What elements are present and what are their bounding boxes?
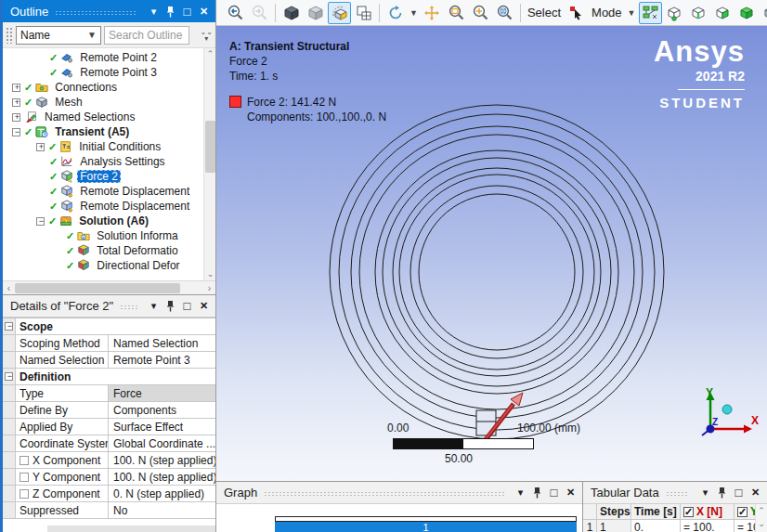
expand-icon[interactable]	[12, 98, 20, 107]
scroll-up-icon[interactable]: ⌃	[206, 50, 214, 58]
tree-vertical-scrollbar[interactable]: ⌃ ⌄	[203, 48, 215, 280]
maximize-icon[interactable]	[180, 299, 194, 313]
name-filter-dropdown[interactable]: Name ▼	[16, 26, 101, 45]
tree-item-mesh[interactable]: ✓ Mesh	[3, 95, 215, 110]
steps-column-header[interactable]: Steps	[597, 504, 631, 520]
tree-item-solution-information[interactable]: ✓ Solution Informa	[3, 228, 215, 243]
chevron-down-icon[interactable]: ▼	[628, 8, 636, 18]
collapse-icon[interactable]	[5, 372, 13, 381]
iso-view-button[interactable]	[280, 2, 303, 24]
scroll-left-icon[interactable]: ‹	[3, 283, 15, 293]
panel-menu-icon[interactable]	[147, 299, 161, 313]
scrollbar-thumb[interactable]	[205, 121, 215, 173]
column-checkbox[interactable]	[683, 507, 694, 517]
graph-timeline[interactable]: 1	[216, 504, 582, 532]
shaded-view-button[interactable]	[304, 2, 327, 24]
panel-menu-icon[interactable]	[147, 5, 161, 19]
tree-item-remote-displacement-1[interactable]: ✓ Remote Displacement	[3, 184, 215, 199]
details-horizontal-scrollbar[interactable]	[47, 526, 215, 532]
panel-menu-icon[interactable]	[514, 486, 527, 500]
collapse-icon[interactable]	[12, 128, 20, 136]
details-group-scope[interactable]: Scope	[3, 318, 215, 335]
time-column-header[interactable]: Time [s]	[631, 504, 681, 520]
scrollbar-thumb[interactable]	[15, 283, 180, 293]
pan-button[interactable]	[421, 2, 444, 24]
tabular-vertical-scrollbar[interactable]: ⌃ ⌄	[755, 504, 767, 532]
spiral-spring-model[interactable]	[330, 105, 664, 439]
tree-item-remote-point-3[interactable]: ✓ Remote Point 3	[3, 65, 215, 80]
tree-horizontal-scrollbar[interactable]: ‹ ›	[3, 280, 215, 294]
tabular-data-row[interactable]: 1 1 0. = 100. = 100.	[583, 520, 767, 532]
x-force-cell[interactable]: = 100.	[681, 520, 734, 532]
filter-labels-button[interactable]	[639, 2, 662, 24]
tree-item-remote-point-2[interactable]: ✓ Remote Point 2	[3, 50, 215, 65]
x-column-header[interactable]: X [N]	[681, 504, 734, 520]
zoom-in-button[interactable]	[469, 2, 492, 24]
details-row-define-by[interactable]: Define By Components	[3, 402, 215, 419]
details-row-named-selection[interactable]: Named Selection Remote Point 3	[3, 352, 215, 369]
filter-edge-button[interactable]	[687, 2, 710, 24]
tree-item-analysis-settings[interactable]: ✓ Analysis Settings	[3, 154, 215, 169]
details-row-suppressed[interactable]: Suppressed No	[3, 502, 215, 519]
parameter-checkbox[interactable]	[20, 456, 29, 465]
close-icon[interactable]	[564, 486, 578, 500]
close-icon[interactable]	[748, 486, 762, 500]
scroll-up-icon[interactable]: ⌃	[756, 504, 767, 517]
steps-cell[interactable]: 1	[597, 520, 631, 532]
details-row-applied-by[interactable]: Applied By Surface Effect	[3, 419, 215, 435]
filter-body-button[interactable]	[735, 2, 759, 24]
pin-icon[interactable]	[163, 299, 177, 313]
parameter-checkbox[interactable]	[20, 473, 29, 482]
filter-expand-controls[interactable]: ⌄⌄ ▾	[201, 29, 213, 42]
zoom-forward-button[interactable]	[248, 2, 271, 24]
details-row-y-component[interactable]: Y Component 100. N (step applied)	[3, 469, 215, 486]
details-group-definition[interactable]: Definition	[3, 369, 215, 385]
scroll-down-icon[interactable]: ⌄	[206, 270, 214, 279]
triad-iso-ball[interactable]	[722, 405, 732, 414]
search-outline-input[interactable]	[104, 26, 189, 45]
panel-menu-icon[interactable]	[698, 486, 712, 500]
expand-icon[interactable]	[12, 84, 20, 92]
timeline-step-bar[interactable]: 1	[275, 522, 577, 532]
maximize-icon[interactable]	[180, 5, 194, 19]
filter-face-button[interactable]	[711, 2, 734, 24]
pin-icon[interactable]	[530, 486, 544, 500]
close-icon[interactable]	[197, 299, 211, 313]
maximize-icon[interactable]	[732, 486, 746, 500]
rotate-button[interactable]	[384, 2, 407, 24]
details-row-scoping-method[interactable]: Scoping Method Named Selection	[3, 335, 215, 352]
pin-icon[interactable]	[163, 5, 177, 19]
tree-item-force-2[interactable]: ✓ Force 2	[3, 169, 215, 184]
scroll-right-icon[interactable]: ›	[203, 283, 215, 293]
tree-item-solution[interactable]: ✓ Solution (A6)	[3, 214, 215, 228]
tree-item-remote-displacement-2[interactable]: ✓ Remote Displacement	[3, 199, 215, 214]
zoom-back-button[interactable]	[224, 2, 247, 24]
viewports-button[interactable]	[352, 2, 375, 24]
expand-icon[interactable]	[36, 143, 45, 151]
collapse-icon[interactable]	[36, 217, 45, 226]
collapse-icon[interactable]	[5, 322, 13, 331]
details-row-coordinate-system[interactable]: Coordinate System Global Coordinate ...	[3, 435, 215, 452]
expand-icon[interactable]	[12, 113, 20, 122]
rotate-view-button[interactable]	[328, 2, 351, 24]
zoom-box-button[interactable]	[445, 2, 468, 24]
details-row-x-component[interactable]: X Component 100. N (step applied)	[3, 452, 215, 469]
select-cursor-icon[interactable]	[565, 2, 588, 24]
maximize-icon[interactable]	[547, 486, 561, 500]
tree-item-connections[interactable]: ✓ Connections	[3, 80, 215, 95]
tree-item-named-selections[interactable]: Named Selections	[3, 110, 215, 124]
zoom-fit-button[interactable]	[493, 2, 516, 24]
filter-vertex-button[interactable]	[663, 2, 686, 24]
close-icon[interactable]	[197, 5, 211, 19]
chevron-down-icon[interactable]: ▼	[410, 8, 418, 18]
scroll-down-icon[interactable]: ⌄	[756, 517, 767, 530]
tree-item-initial-conditions[interactable]: ✓ Initial Conditions	[3, 139, 215, 154]
drag-handle-icon[interactable]	[6, 27, 13, 44]
details-row-type[interactable]: Type Force	[3, 385, 215, 402]
details-row-z-component[interactable]: Z Component 0. N (step applied)	[3, 486, 215, 502]
tree-item-transient[interactable]: ✓ Transient (A5)	[3, 124, 215, 139]
geometry-viewport[interactable]: X Y Z A: Transient Structural Force 2 Ti…	[216, 26, 767, 481]
filter-mesh-button[interactable]	[760, 2, 767, 24]
tree-item-total-deformation[interactable]: ✓ Total Deformatio	[3, 243, 215, 258]
tree-item-directional-deformation[interactable]: ✓ Directional Defor	[3, 258, 215, 273]
